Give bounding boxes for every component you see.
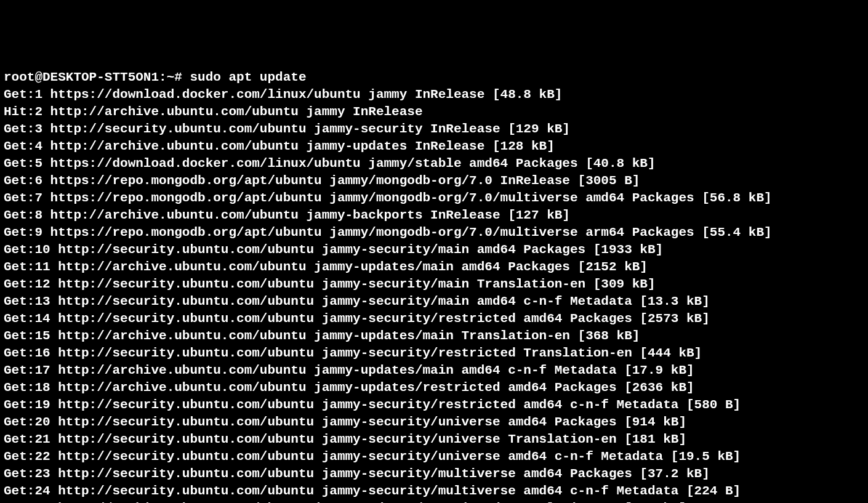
command-line: root@DESKTOP-STT5ON1:~# sudo apt update [4, 69, 864, 86]
output-line: Get:9 https://repo.mongodb.org/apt/ubunt… [4, 224, 864, 241]
output-line: Get:3 http://security.ubuntu.com/ubuntu … [4, 121, 864, 138]
output-line: Get:4 http://archive.ubuntu.com/ubuntu j… [4, 138, 864, 155]
output-line: Get:22 http://security.ubuntu.com/ubuntu… [4, 448, 864, 465]
output-line: Get:12 http://security.ubuntu.com/ubuntu… [4, 276, 864, 293]
output-line: Get:7 https://repo.mongodb.org/apt/ubunt… [4, 190, 864, 207]
terminal-output: Get:1 https://download.docker.com/linux/… [4, 86, 864, 503]
output-line: Get:24 http://security.ubuntu.com/ubuntu… [4, 483, 864, 500]
output-line: Get:10 http://security.ubuntu.com/ubuntu… [4, 241, 864, 259]
output-line: Get:13 http://security.ubuntu.com/ubuntu… [4, 293, 864, 310]
output-line: Get:21 http://security.ubuntu.com/ubuntu… [4, 431, 864, 448]
output-line: Get:20 http://security.ubuntu.com/ubuntu… [4, 414, 864, 431]
output-line: Get:23 http://security.ubuntu.com/ubuntu… [4, 465, 864, 483]
output-line: Get:19 http://security.ubuntu.com/ubuntu… [4, 396, 864, 414]
terminal-window[interactable]: root@DESKTOP-STT5ON1:~# sudo apt updateG… [4, 69, 864, 503]
output-line: Get:8 http://archive.ubuntu.com/ubuntu j… [4, 207, 864, 224]
output-line: Get:6 https://repo.mongodb.org/apt/ubunt… [4, 172, 864, 190]
shell-command: sudo apt update [190, 70, 306, 84]
output-line: Get:15 http://archive.ubuntu.com/ubuntu … [4, 328, 864, 345]
shell-prompt: root@DESKTOP-STT5ON1:~# [4, 70, 190, 84]
output-line: Hit:2 http://archive.ubuntu.com/ubuntu j… [4, 103, 864, 121]
output-line: Get:25 http://archive.ubuntu.com/ubuntu … [4, 500, 864, 503]
output-line: Get:18 http://archive.ubuntu.com/ubuntu … [4, 379, 864, 396]
output-line: Get:5 https://download.docker.com/linux/… [4, 155, 864, 172]
output-line: Get:1 https://download.docker.com/linux/… [4, 86, 864, 103]
output-line: Get:14 http://security.ubuntu.com/ubuntu… [4, 310, 864, 328]
output-line: Get:17 http://archive.ubuntu.com/ubuntu … [4, 362, 864, 379]
output-line: Get:11 http://archive.ubuntu.com/ubuntu … [4, 259, 864, 276]
output-line: Get:16 http://security.ubuntu.com/ubuntu… [4, 345, 864, 362]
